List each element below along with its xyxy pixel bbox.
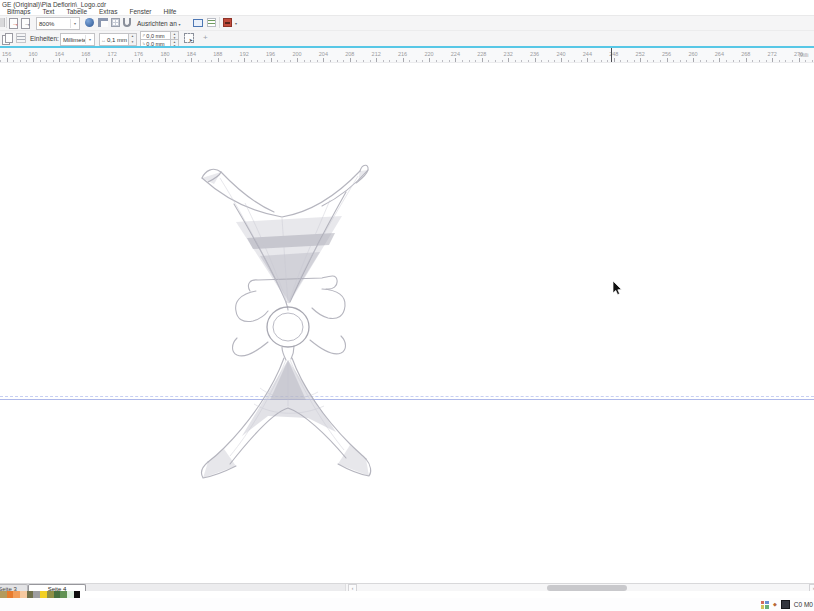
ruler-tick <box>356 60 357 62</box>
menu-extras[interactable]: Extras <box>93 8 123 15</box>
logo-sketch-image[interactable] <box>190 148 390 488</box>
ruler-tick <box>152 60 153 62</box>
launcher-list-icon[interactable] <box>207 18 216 27</box>
palette-grid-icon <box>761 601 769 609</box>
horizontal-ruler[interactable]: 1561601641681721761801841881921962002042… <box>0 46 814 63</box>
chevron-down-icon[interactable]: ▾ <box>235 21 237 26</box>
show-rulers-icon[interactable] <box>98 18 108 27</box>
ruler-tick <box>799 58 800 62</box>
ruler-label: 256 <box>659 51 675 57</box>
chevron-down-icon[interactable]: ▾ <box>85 35 94 44</box>
menu-bitmaps[interactable]: Bitmaps <box>1 8 36 15</box>
snap-magnet-icon[interactable] <box>123 18 131 27</box>
palette-swatch-7[interactable] <box>40 591 47 598</box>
palette-swatch-6[interactable] <box>33 591 40 598</box>
palette-swatch-3[interactable] <box>13 591 20 598</box>
ruler-tick <box>422 60 423 62</box>
ruler-tick <box>13 60 14 62</box>
treat-as-filled-icon[interactable] <box>184 33 194 43</box>
plus-icon[interactable]: + <box>203 34 208 42</box>
ruler-tick <box>607 60 608 62</box>
application-launcher-icon[interactable] <box>223 18 232 27</box>
ruler-tick <box>574 60 575 62</box>
ruler-tick <box>396 60 397 62</box>
zoom-level-combo[interactable]: 800% ▾ <box>36 17 80 30</box>
palette-swatch-5[interactable] <box>27 591 34 598</box>
units-combo[interactable]: Millimeter ▾ <box>60 33 95 46</box>
palette-swatch-11[interactable] <box>67 591 74 598</box>
duplicate-x-value: 0,0 mm <box>146 33 164 39</box>
chevron-down-icon[interactable]: ▾ <box>70 19 79 28</box>
ruler-tick <box>640 58 641 62</box>
guideline-solid[interactable] <box>0 399 814 400</box>
ruler-tick <box>251 60 252 62</box>
menu-hilfe[interactable]: Hilfe <box>157 8 182 15</box>
ruler-tick <box>792 60 793 62</box>
ruler-label: 264 <box>711 51 727 57</box>
page-dimensions-icon[interactable] <box>16 33 26 43</box>
ruler-tick <box>502 60 503 62</box>
ruler-tick <box>541 60 542 62</box>
snap-to-label: Ausrichten an <box>137 20 177 27</box>
ruler-tick <box>469 60 470 62</box>
clipped-toolbar-icon <box>0 18 5 27</box>
palette-swatch-4[interactable] <box>20 591 27 598</box>
palette-swatch-1[interactable] <box>0 591 7 598</box>
ruler-tick <box>310 60 311 62</box>
mouse-cursor <box>612 281 623 297</box>
ruler-tick <box>601 60 602 62</box>
ruler-tick <box>462 60 463 62</box>
show-grid-icon[interactable] <box>111 18 120 27</box>
snap-to-dropdown[interactable]: Ausrichten an ▾ <box>137 20 181 27</box>
ruler-tick <box>158 60 159 62</box>
ruler-label: 192 <box>236 51 252 57</box>
palette-swatch-9[interactable] <box>54 591 61 598</box>
ruler-tick <box>0 60 1 62</box>
ruler-unit-label: Milli <box>799 52 808 58</box>
fullscreen-preview-icon[interactable] <box>85 18 94 27</box>
drawing-canvas[interactable] <box>0 63 814 583</box>
units-value: Millimeter <box>61 37 85 43</box>
ruler-tick <box>528 60 529 62</box>
ruler-tick <box>125 60 126 62</box>
ruler-tick <box>515 60 516 62</box>
palette-swatch-10[interactable] <box>60 591 67 598</box>
ruler-tick <box>455 58 456 62</box>
ruler-tick <box>244 58 245 62</box>
ruler-label: 260 <box>685 51 701 57</box>
palette-swatch-2[interactable] <box>7 591 14 598</box>
nudge-distance-field[interactable]: ↔ 0,1 mm <box>99 33 130 46</box>
ruler-label: 168 <box>78 51 94 57</box>
menubar: BitmapsTextTabelleExtrasFensterHilfe <box>1 8 183 15</box>
ruler-tick <box>112 58 113 62</box>
ruler-tick <box>304 60 305 62</box>
ruler-tick <box>429 58 430 62</box>
ruler-tick <box>297 58 298 62</box>
page-orientation-icon[interactable] <box>2 33 11 43</box>
options-window-icon[interactable] <box>193 19 203 27</box>
ruler-tick <box>343 60 344 62</box>
export-icon[interactable]: → <box>21 18 30 29</box>
ruler-tick <box>554 60 555 62</box>
guideline-dotted[interactable] <box>0 396 814 397</box>
menu-tabelle[interactable]: Tabelle <box>60 8 93 15</box>
ruler-tick <box>106 60 107 62</box>
ruler-tick <box>614 58 615 62</box>
nudge-spinner[interactable]: ▲▼ <box>128 33 137 46</box>
ruler-tick <box>20 60 21 62</box>
coreldraw-window: GE (Original)\Pia Deflorin\_Logo.cdr Bit… <box>0 0 814 611</box>
import-icon[interactable]: → <box>9 18 18 29</box>
ruler-tick <box>436 60 437 62</box>
ruler-label: 232 <box>500 51 516 57</box>
ruler-tick <box>667 58 668 62</box>
ruler-label: 212 <box>368 51 384 57</box>
palette-swatch-8[interactable] <box>47 591 54 598</box>
ruler-tick <box>86 58 87 62</box>
ruler-tick <box>205 60 206 62</box>
ruler-tick <box>660 60 661 62</box>
ruler-tick <box>693 58 694 62</box>
ruler-tick <box>238 60 239 62</box>
menu-text[interactable]: Text <box>36 8 60 15</box>
palette-swatch-12[interactable] <box>74 591 81 598</box>
menu-fenster[interactable]: Fenster <box>123 8 157 15</box>
